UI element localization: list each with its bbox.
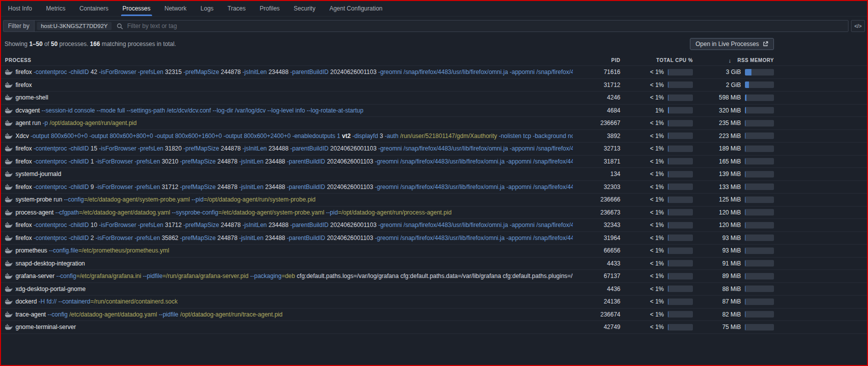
process-command-cell: agent run -p /opt/datadog-agent/run/agen… [5,120,573,126]
process-row[interactable]: prometheus --config.file=/etc/prometheus… [1,244,867,258]
external-link-icon [762,41,768,47]
cpu-bar-fill [668,222,668,228]
cpu-bar [668,107,693,114]
nav-tab-agent-configuration[interactable]: Agent Configuration [322,1,389,16]
cpu-bar-fill [668,209,668,216]
process-name: process-agent [16,209,54,216]
process-mem-value: 320 MiB [719,107,741,114]
process-memory-cell: 189 MiB [698,145,774,152]
memory-bar [745,120,774,126]
memory-bar [745,82,774,88]
process-name: firefox [16,82,32,88]
nav-tab-metrics[interactable]: Metrics [39,1,73,16]
process-row[interactable]: firefox -contentproc -childID 2 -isForBr… [1,232,867,245]
process-command-cell: systemd-journald [5,170,573,178]
process-mem-value: 91 MiB [722,260,741,267]
nav-tab-containers[interactable]: Containers [73,1,116,16]
memory-bar-fill [745,260,745,266]
process-row[interactable]: dcvagent --session-id console --mode ful… [1,104,867,118]
docker-icon [5,324,13,330]
process-command-cell: process-agent --cfgpath=/etc/datadog-age… [5,209,573,216]
process-mem-value: 189 MiB [719,145,741,152]
process-pid: 67137 [573,272,620,280]
process-mem-value: 87 MiB [722,298,741,305]
process-name: systemd-journald [16,170,61,178]
memory-bar-fill [745,94,746,101]
process-command-cell: trace-agent --config /etc/datadog-agent/… [5,311,573,318]
docker-icon [5,312,13,318]
process-command-cell: gnome-terminal-server [5,324,573,330]
process-cpu-cell: < 1% [625,145,693,152]
process-row[interactable]: gnome-shell 4246 < 1% 598 MiB [1,92,867,104]
cpu-bar-fill [668,196,668,203]
process-args: --cfgpath=/etc/datadog-agent/datadog.yam… [54,209,452,216]
process-row[interactable]: firefox 31712 < 1% 2 GiB [1,79,867,92]
process-row[interactable]: firefox -contentproc -childID 42 -isForB… [1,66,867,79]
column-header-process[interactable]: PROCESS [5,58,573,63]
process-row[interactable]: agent run -p /opt/datadog-agent/run/agen… [1,117,867,130]
nav-tab-logs[interactable]: Logs [194,1,221,16]
column-header-rss-memory[interactable]: ↓ RSS MEMORY [698,58,774,64]
nav-tab-processes[interactable]: Processes [116,1,158,16]
process-name: dcvagent [16,107,40,114]
memory-bar-fill [745,196,745,203]
code-query-toggle[interactable]: </> [851,20,865,32]
process-row[interactable]: process-agent --cfgpath=/etc/datadog-age… [1,206,867,220]
process-cpu-value: < 1% [650,247,664,254]
process-row[interactable]: gnome-terminal-server 42749 < 1% 75 MiB [1,321,867,334]
host-filter-tag[interactable]: host:U-3KNGSZT7DD92Y [37,22,112,30]
nav-tab-label: Containers [80,5,109,12]
memory-bar [745,324,774,330]
nav-tab-label: Host Info [8,5,32,12]
process-row[interactable]: systemd-journald 134 < 1% 139 MiB [1,168,867,181]
nav-tab-traces[interactable]: Traces [221,1,253,16]
process-cpu-value: < 1% [650,145,664,152]
cpu-bar-fill [668,273,668,280]
process-row[interactable]: trace-agent --config /etc/datadog-agent/… [1,308,867,322]
process-row[interactable]: firefox -contentproc -childID 1 -isForBr… [1,156,867,168]
process-mem-value: 93 MiB [722,247,741,254]
process-pid: 32343 [573,222,620,228]
process-row[interactable]: grafana-server --config=/etc/grafana/gra… [1,270,867,283]
docker-icon [5,146,13,152]
process-cpu-value: < 1% [650,82,664,88]
process-cpu-cell: < 1% [625,82,693,88]
process-memory-cell: 88 MiB [698,286,774,292]
process-cpu-cell: < 1% [625,120,693,126]
nav-tab-label: Agent Configuration [329,5,382,12]
nav-tab-host-info[interactable]: Host Info [1,1,39,16]
process-row[interactable]: firefox -contentproc -childID 10 -isForB… [1,219,867,232]
nav-tab-profiles[interactable]: Profiles [253,1,287,16]
process-cpu-cell: < 1% [625,324,693,330]
process-mem-value: 75 MiB [722,324,741,330]
memory-bar-fill [745,146,745,152]
open-live-processes-button[interactable]: Open in Live Processes [690,38,774,50]
process-row[interactable]: system-probe run --config=/etc/datadog-a… [1,194,867,206]
process-mem-value: 598 MiB [719,94,741,101]
process-memory-cell: 120 MiB [698,222,774,228]
cpu-bar-fill [668,120,668,126]
process-row[interactable]: xdg-desktop-portal-gnome 4436 < 1% 88 Mi… [1,283,867,296]
process-row[interactable]: Xdcv -output 800x600+0+0 -output 800x600… [1,130,867,143]
process-row[interactable]: snapd-desktop-integration 4433 < 1% 91 M… [1,258,867,270]
nav-tab-network[interactable]: Network [158,1,194,16]
process-name: firefox [16,222,32,228]
filter-input-group: Filter by host:U-3KNGSZT7DD92Y [3,20,848,32]
cpu-bar [668,120,693,126]
process-command-cell: Xdcv -output 800x600+0+0 -output 800x600… [5,132,573,140]
memory-bar [745,171,774,178]
cpu-bar-fill [668,132,668,139]
memory-bar [745,248,774,254]
process-name: grafana-server [16,272,55,280]
process-row[interactable]: dockerd -H fd:// --containerd=/run/conta… [1,296,867,308]
process-row[interactable]: firefox -contentproc -childID 15 -isForB… [1,142,867,156]
column-header-total-cpu[interactable]: TOTAL CPU % [625,58,693,63]
nav-tab-security[interactable]: Security [287,1,322,16]
cpu-bar [668,69,693,76]
memory-bar [745,107,774,114]
process-command-cell: firefox -contentproc -childID 42 -isForB… [5,68,573,76]
cpu-bar [668,171,693,178]
column-header-pid[interactable]: PID [573,58,620,63]
process-row[interactable]: firefox -contentproc -childID 9 -isForBr… [1,181,867,194]
filter-search-input[interactable] [123,22,848,30]
